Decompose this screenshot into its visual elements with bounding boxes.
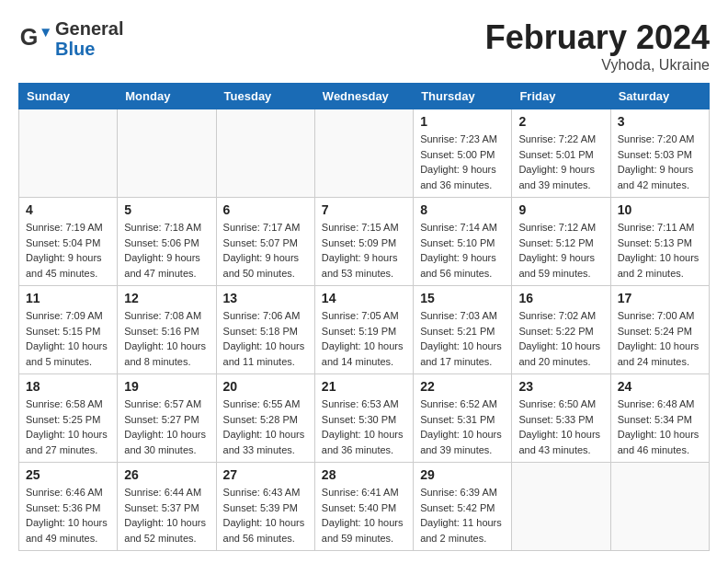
day-info: Sunrise: 7:05 AMSunset: 5:19 PMDaylight:… [322, 308, 406, 369]
day-number: 3 [618, 114, 702, 129]
calendar-cell: 17Sunrise: 7:00 AMSunset: 5:24 PMDayligh… [610, 286, 709, 374]
week-row-2: 4Sunrise: 7:19 AMSunset: 5:04 PMDaylight… [19, 198, 710, 286]
day-info: Sunrise: 6:57 AMSunset: 5:27 PMDaylight:… [124, 396, 209, 457]
day-number: 8 [420, 202, 505, 217]
calendar-cell: 24Sunrise: 6:48 AMSunset: 5:34 PMDayligh… [610, 374, 709, 463]
title-area: February 2024 Vyhoda, Ukraine [485, 18, 710, 74]
calendar-cell: 15Sunrise: 7:03 AMSunset: 5:21 PMDayligh… [414, 286, 512, 374]
day-info: Sunrise: 7:12 AMSunset: 5:12 PMDaylight:… [518, 220, 603, 281]
day-number: 21 [322, 379, 406, 394]
day-info: Sunrise: 7:22 AMSunset: 5:01 PMDaylight:… [518, 132, 603, 192]
calendar-cell [314, 109, 413, 198]
calendar-body: 1Sunrise: 7:23 AMSunset: 5:00 PMDaylight… [19, 109, 710, 551]
svg-text:G: G [20, 24, 39, 50]
calendar-cell [512, 463, 610, 551]
logo-icon: G [18, 22, 51, 55]
day-info: Sunrise: 7:00 AMSunset: 5:24 PMDaylight:… [618, 308, 702, 369]
day-number: 4 [26, 202, 110, 217]
day-number: 23 [518, 379, 603, 394]
weekday-header-friday: Friday [512, 84, 610, 109]
page-header: G General Blue February 2024 Vyhoda, Ukr… [18, 18, 710, 74]
day-number: 16 [518, 291, 603, 305]
day-number: 28 [322, 467, 406, 482]
location-subtitle: Vyhoda, Ukraine [485, 57, 710, 74]
day-info: Sunrise: 7:23 AMSunset: 5:00 PMDaylight:… [420, 132, 505, 192]
week-row-5: 25Sunrise: 6:46 AMSunset: 5:36 PMDayligh… [19, 463, 710, 551]
calendar-cell: 5Sunrise: 7:18 AMSunset: 5:06 PMDaylight… [118, 198, 216, 286]
calendar-cell: 11Sunrise: 7:09 AMSunset: 5:15 PMDayligh… [19, 286, 118, 374]
svg-marker-1 [41, 29, 50, 37]
weekday-header-thursday: Thursday [414, 84, 512, 109]
calendar-cell: 23Sunrise: 6:50 AMSunset: 5:33 PMDayligh… [512, 374, 610, 463]
day-number: 11 [26, 291, 110, 305]
day-info: Sunrise: 6:41 AMSunset: 5:40 PMDaylight:… [322, 485, 406, 546]
weekday-header-sunday: Sunday [19, 84, 118, 109]
day-info: Sunrise: 6:48 AMSunset: 5:34 PMDaylight:… [618, 396, 702, 457]
weekday-header-tuesday: Tuesday [216, 84, 314, 109]
day-info: Sunrise: 7:03 AMSunset: 5:21 PMDaylight:… [420, 308, 505, 369]
day-info: Sunrise: 6:50 AMSunset: 5:33 PMDaylight:… [518, 396, 603, 457]
calendar-cell: 20Sunrise: 6:55 AMSunset: 5:28 PMDayligh… [216, 374, 314, 463]
logo-line2: Blue [55, 39, 123, 59]
day-number: 10 [618, 202, 702, 217]
day-info: Sunrise: 7:02 AMSunset: 5:22 PMDaylight:… [518, 308, 603, 369]
calendar-cell [19, 109, 118, 198]
calendar-cell [216, 109, 314, 198]
day-number: 25 [26, 467, 110, 482]
calendar-cell: 16Sunrise: 7:02 AMSunset: 5:22 PMDayligh… [512, 286, 610, 374]
calendar-cell: 12Sunrise: 7:08 AMSunset: 5:16 PMDayligh… [118, 286, 216, 374]
day-info: Sunrise: 6:46 AMSunset: 5:36 PMDaylight:… [26, 485, 110, 546]
day-info: Sunrise: 7:19 AMSunset: 5:04 PMDaylight:… [26, 220, 110, 281]
week-row-4: 18Sunrise: 6:58 AMSunset: 5:25 PMDayligh… [19, 374, 710, 463]
day-number: 6 [223, 202, 308, 217]
calendar-cell: 25Sunrise: 6:46 AMSunset: 5:36 PMDayligh… [19, 463, 118, 551]
logo-line1: General [55, 18, 123, 39]
day-number: 13 [223, 291, 308, 305]
day-number: 9 [518, 202, 603, 217]
day-number: 22 [420, 379, 505, 394]
calendar-cell [610, 463, 709, 551]
day-number: 12 [124, 291, 209, 305]
day-info: Sunrise: 6:55 AMSunset: 5:28 PMDaylight:… [223, 396, 308, 457]
week-row-1: 1Sunrise: 7:23 AMSunset: 5:00 PMDaylight… [19, 109, 710, 198]
calendar-cell: 22Sunrise: 6:52 AMSunset: 5:31 PMDayligh… [414, 374, 512, 463]
day-info: Sunrise: 7:11 AMSunset: 5:13 PMDaylight:… [618, 220, 702, 281]
calendar-cell: 18Sunrise: 6:58 AMSunset: 5:25 PMDayligh… [19, 374, 118, 463]
day-number: 2 [518, 114, 603, 129]
day-info: Sunrise: 7:09 AMSunset: 5:15 PMDaylight:… [26, 308, 110, 369]
calendar-cell: 7Sunrise: 7:15 AMSunset: 5:09 PMDaylight… [314, 198, 413, 286]
day-info: Sunrise: 7:20 AMSunset: 5:03 PMDaylight:… [618, 132, 702, 192]
day-info: Sunrise: 7:06 AMSunset: 5:18 PMDaylight:… [223, 308, 308, 369]
weekday-header-row: SundayMondayTuesdayWednesdayThursdayFrid… [19, 84, 710, 109]
day-number: 24 [618, 379, 702, 394]
calendar-cell: 28Sunrise: 6:41 AMSunset: 5:40 PMDayligh… [314, 463, 413, 551]
calendar-cell: 8Sunrise: 7:14 AMSunset: 5:10 PMDaylight… [414, 198, 512, 286]
day-number: 1 [420, 114, 505, 129]
day-info: Sunrise: 7:08 AMSunset: 5:16 PMDaylight:… [124, 308, 209, 369]
calendar-cell: 26Sunrise: 6:44 AMSunset: 5:37 PMDayligh… [118, 463, 216, 551]
day-info: Sunrise: 7:14 AMSunset: 5:10 PMDaylight:… [420, 220, 505, 281]
day-number: 15 [420, 291, 505, 305]
calendar-cell [118, 109, 216, 198]
calendar-cell: 21Sunrise: 6:53 AMSunset: 5:30 PMDayligh… [314, 374, 413, 463]
weekday-header-wednesday: Wednesday [314, 84, 413, 109]
calendar-cell: 29Sunrise: 6:39 AMSunset: 5:42 PMDayligh… [414, 463, 512, 551]
day-info: Sunrise: 6:52 AMSunset: 5:31 PMDaylight:… [420, 396, 505, 457]
weekday-header-monday: Monday [118, 84, 216, 109]
day-info: Sunrise: 7:15 AMSunset: 5:09 PMDaylight:… [322, 220, 406, 281]
day-info: Sunrise: 7:17 AMSunset: 5:07 PMDaylight:… [223, 220, 308, 281]
day-info: Sunrise: 6:39 AMSunset: 5:42 PMDaylight:… [420, 485, 505, 546]
day-info: Sunrise: 6:53 AMSunset: 5:30 PMDaylight:… [322, 396, 406, 457]
calendar-cell: 13Sunrise: 7:06 AMSunset: 5:18 PMDayligh… [216, 286, 314, 374]
day-info: Sunrise: 7:18 AMSunset: 5:06 PMDaylight:… [124, 220, 209, 281]
day-number: 29 [420, 467, 505, 482]
week-row-3: 11Sunrise: 7:09 AMSunset: 5:15 PMDayligh… [19, 286, 710, 374]
weekday-header-saturday: Saturday [610, 84, 709, 109]
day-info: Sunrise: 6:44 AMSunset: 5:37 PMDaylight:… [124, 485, 209, 546]
day-number: 5 [124, 202, 209, 217]
calendar-cell: 27Sunrise: 6:43 AMSunset: 5:39 PMDayligh… [216, 463, 314, 551]
logo: G General Blue [18, 18, 123, 59]
calendar-cell: 19Sunrise: 6:57 AMSunset: 5:27 PMDayligh… [118, 374, 216, 463]
calendar-cell: 6Sunrise: 7:17 AMSunset: 5:07 PMDaylight… [216, 198, 314, 286]
day-number: 19 [124, 379, 209, 394]
